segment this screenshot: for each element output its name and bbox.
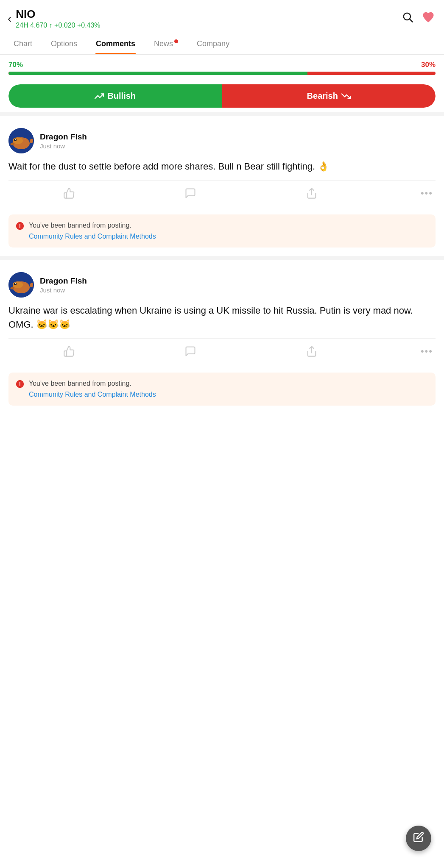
section-divider-2 [0, 256, 444, 260]
tab-options[interactable]: Options [42, 33, 87, 54]
news-notification-dot [174, 39, 178, 43]
stock-info: NIO 24H 4.670 ↑ +0.020 +0.43% [16, 8, 100, 29]
bearish-percentage: 30% [421, 61, 436, 69]
bullish-button[interactable]: Bullish [8, 84, 222, 108]
svg-point-4 [13, 137, 23, 144]
more-button-2[interactable]: ••• [372, 346, 436, 357]
comment-text-2: Ukraine war is escalating when Ukraine i… [8, 303, 436, 331]
svg-point-6 [15, 139, 16, 140]
comment-time-2: Just now [40, 287, 87, 294]
comment-time: Just now [40, 142, 87, 150]
comment-actions-2: ••• [8, 338, 436, 364]
heart-icon[interactable] [422, 11, 435, 26]
bearish-button[interactable]: Bearish [222, 84, 436, 108]
ban-text-2: You've been banned from posting. Communi… [29, 378, 156, 400]
tab-comments[interactable]: Comments [87, 33, 145, 54]
tabs-bar: Chart Options Comments News Company [0, 33, 444, 55]
compose-icon [413, 832, 424, 845]
avatar-2 [8, 272, 34, 298]
section-divider [0, 112, 444, 116]
comment-username: Dragon Fish [40, 132, 87, 142]
sentiment-buttons: Bullish Bearish [8, 84, 436, 108]
svg-text:!: ! [19, 223, 21, 229]
share-button[interactable] [251, 185, 372, 202]
svg-point-12 [13, 281, 23, 288]
compose-fab[interactable] [406, 826, 431, 851]
bullish-bar-fill [8, 72, 307, 75]
comment-header: Dragon Fish Just now [8, 128, 436, 153]
stock-name: NIO [16, 8, 100, 21]
comment-username-2: Dragon Fish [40, 276, 87, 286]
like-button[interactable] [8, 185, 130, 202]
avatar [8, 128, 34, 153]
svg-line-1 [410, 19, 412, 22]
sentiment-labels: 70% 30% [8, 61, 436, 69]
comment-button[interactable] [130, 185, 251, 202]
ban-text: You've been banned from posting. Communi… [29, 220, 156, 242]
comment-text: Wait for the dust to settle before add m… [8, 159, 436, 173]
back-button[interactable]: ‹ [8, 13, 11, 25]
ban-icon-2: ! [15, 379, 25, 391]
ban-notice: ! You've been banned from posting. Commu… [8, 214, 436, 248]
tab-news[interactable]: News [145, 33, 187, 54]
comment-button-2[interactable] [130, 343, 251, 360]
svg-point-13 [14, 283, 17, 285]
svg-text:!: ! [19, 381, 21, 387]
ban-link[interactable]: Community Rules and Complaint Methods [29, 231, 156, 242]
header-right [402, 11, 435, 26]
bullish-percentage: 70% [8, 61, 23, 69]
comment-header-2: Dragon Fish Just now [8, 272, 436, 298]
comment-meta: Dragon Fish Just now [40, 132, 87, 150]
share-button-2[interactable] [251, 343, 372, 360]
svg-point-5 [14, 139, 17, 141]
comment-meta-2: Dragon Fish Just now [40, 276, 87, 294]
header: ‹ NIO 24H 4.670 ↑ +0.020 +0.43% [0, 0, 444, 33]
ban-notice-2: ! You've been banned from posting. Commu… [8, 373, 436, 406]
comment-card: Dragon Fish Just now Wait for the dust t… [0, 119, 444, 210]
tab-company[interactable]: Company [187, 33, 239, 54]
ban-link-2[interactable]: Community Rules and Complaint Methods [29, 389, 156, 400]
ban-icon: ! [15, 221, 25, 233]
svg-point-14 [15, 283, 16, 284]
search-icon[interactable] [402, 11, 413, 26]
like-button-2[interactable] [8, 343, 130, 360]
header-left: ‹ NIO 24H 4.670 ↑ +0.020 +0.43% [8, 8, 101, 29]
sentiment-section: 70% 30% [0, 55, 444, 78]
stock-stats: 24H 4.670 ↑ +0.020 +0.43% [16, 22, 100, 29]
comment-actions: ••• [8, 180, 436, 206]
tab-chart[interactable]: Chart [4, 33, 42, 54]
sentiment-bar [8, 72, 436, 75]
more-button[interactable]: ••• [372, 188, 436, 199]
comment-card-2: Dragon Fish Just now Ukraine war is esca… [0, 263, 444, 368]
